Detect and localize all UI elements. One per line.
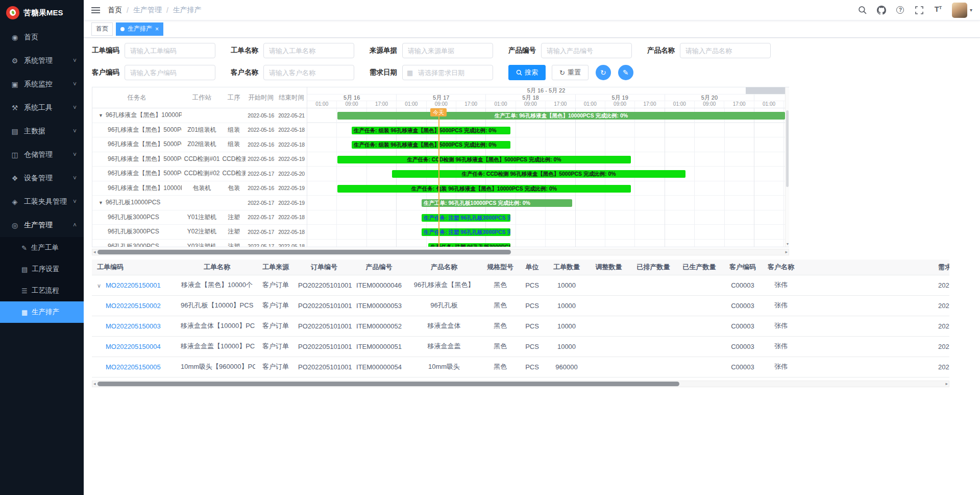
user-menu[interactable]: ▾ — [952, 3, 972, 18]
gantt-process-cell: 注塑 — [222, 213, 246, 222]
text-field[interactable] — [263, 43, 354, 58]
tab[interactable]: 首页 — [91, 22, 113, 36]
sidebar-item-warehouse[interactable]: ◫仓储管理˅ — [0, 143, 84, 167]
text-field[interactable] — [402, 43, 493, 58]
task-name-text: 96孔移液盒【黑色】10000PCS — [106, 111, 182, 120]
text-field[interactable] — [125, 65, 215, 80]
gantt-task-bar[interactable]: 生产任务: CCD检测 96孔移液盒【黑色】5000PCS 完成比例: 0% — [392, 170, 685, 178]
table-cell: 960000 — [546, 357, 587, 377]
breadcrumb-item[interactable]: 生产管理 — [133, 6, 162, 15]
order-code-link[interactable]: MO202205150005 — [106, 363, 161, 371]
fullscreen-icon[interactable] — [914, 5, 924, 15]
scroll-left-arrow[interactable]: ◂ — [93, 381, 96, 387]
filter-label: 工单名称 — [231, 46, 258, 55]
chevron-down-icon: ˅ — [73, 81, 77, 88]
search-button[interactable]: 搜索 — [508, 65, 546, 80]
gantt-task-row[interactable]: 96孔移液盒【黑色】10000PCS包装机包装2022-05-162022-05… — [92, 181, 307, 196]
sidebar-item-production[interactable]: ◎生产管理˄ — [0, 214, 84, 237]
gantt-task-row[interactable]: ▼96孔移液盒【黑色】10000PCS2022-05-162022-05-21 — [92, 108, 307, 123]
gantt-task-bar[interactable]: 生产任务: 注塑 96孔孔板3000PCS 完成比例: 0% — [422, 228, 510, 236]
gantt-task-bar[interactable]: 生产任务: 组装 96孔移液盒【黑色】5000PCS 完成比例: 0% — [352, 127, 510, 134]
scroll-left-arrow[interactable]: ◂ — [93, 249, 96, 255]
filter-label: 产品名称 — [647, 46, 675, 55]
breadcrumb-item[interactable]: 首页 — [108, 6, 122, 15]
font-size-icon[interactable]: TT — [933, 5, 943, 15]
table-cell: PO202205101001 — [296, 275, 352, 295]
gantt-task-name: ▼96孔孔板10000PCS — [92, 198, 182, 207]
sidebar-item-scheduling[interactable]: ▦生产排产 — [0, 301, 84, 323]
scrollbar-thumb[interactable] — [97, 250, 511, 254]
order-code-link[interactable]: MO202205150003 — [106, 322, 161, 330]
scrollbar-thumb[interactable] — [97, 382, 679, 386]
close-icon[interactable]: × — [155, 26, 159, 32]
help-icon[interactable]: ? — [895, 5, 905, 15]
sidebar-item-process-settings[interactable]: ▤工序设置 — [0, 258, 84, 280]
gantt-task-row[interactable]: 96孔移液盒【黑色】5000PCSZ01组装机组装2022-05-162022-… — [92, 123, 307, 138]
gantt-task-bar[interactable]: 生产任务: 注塑 96孔孔板3000PCS 完成比例: 0% — [422, 214, 510, 222]
timeline-hour-label: 09:00 — [605, 101, 635, 108]
collapse-caret-icon[interactable]: ▼ — [99, 200, 103, 205]
collapse-menu-icon[interactable] — [91, 7, 100, 13]
gantt-task-row[interactable]: 96孔孔板3000PCSY02注塑机注塑2022-05-172022-05-18 — [92, 225, 307, 240]
sidebar-item-tools[interactable]: ⚒系统工具˅ — [0, 96, 84, 120]
app-logo: 苦糖果MES — [0, 0, 84, 26]
gantt-task-bar[interactable]: 生产任务: 包装 96孔移液盒【黑色】10000PCS 完成比例: 0% — [337, 185, 631, 193]
gantt-task-row[interactable]: 96孔移液盒【黑色】5000PCSCCD检测#02CCD检测2022-05-17… — [92, 167, 307, 181]
scroll-right-arrow[interactable]: ▸ — [945, 381, 948, 387]
gantt-task-row[interactable]: ▼96孔孔板10000PCS2022-05-172022-05-19 — [92, 196, 307, 210]
sidebar-item-work-order[interactable]: ✎生产工单 — [0, 237, 84, 258]
gantt-station-cell: 包装机 — [182, 184, 223, 193]
scroll-down-arrow[interactable]: ▾ — [786, 242, 790, 246]
gantt-task-bar[interactable]: 生产任务: CCD检测 96孔移液盒【黑色】5000PCS 完成比例: 0% — [337, 156, 631, 163]
scroll-right-arrow[interactable]: ▸ — [785, 249, 788, 255]
edit-schedule-button[interactable]: ✎ — [618, 65, 633, 80]
sidebar-item-equipment[interactable]: ❖设备管理˅ — [0, 167, 84, 190]
sidebar-item-fixture[interactable]: ◈工装夹具管理˅ — [0, 190, 84, 214]
table-horizontal-scrollbar[interactable]: ◂ ▸ — [92, 381, 949, 387]
date-field[interactable] — [402, 65, 493, 80]
table-cell: 10000 — [546, 275, 587, 295]
order-code-link[interactable]: MO202205150002 — [106, 302, 161, 310]
sidebar-item-system[interactable]: ⚙系统管理˅ — [0, 49, 84, 73]
gantt-task-row[interactable]: 96孔移液盒【黑色】5000PCSZ02组装机组装2022-05-162022-… — [92, 137, 307, 152]
gantt-task-row[interactable]: 96孔孔板3000PCSY01注塑机注塑2022-05-172022-05-18 — [92, 210, 307, 225]
gantt-end-cell: 2022-05-19 — [276, 200, 307, 206]
tab-active-dot — [120, 27, 125, 31]
filter-field: 产品名称 — [647, 43, 771, 58]
search-icon[interactable] — [857, 5, 868, 15]
text-field[interactable] — [541, 43, 632, 58]
table-cell: 202 — [934, 275, 949, 295]
sidebar-item-monitor[interactable]: ▣系统监控˅ — [0, 73, 84, 96]
sidebar-item-home[interactable]: ◉首页 — [0, 26, 84, 49]
text-field[interactable] — [680, 43, 771, 58]
gantt-horizontal-scrollbar[interactable]: ◂ ▸ — [92, 249, 789, 255]
text-field[interactable] — [125, 43, 215, 58]
table-cell — [630, 295, 676, 316]
gantt-task-bar[interactable]: 生产任务: 注塑 96孔孔板3000PCS 完成比例: 0% — [428, 243, 510, 247]
gantt-order-bar[interactable]: 生产工单: 96孔孔板10000PCS 完成比例: 0% — [422, 199, 572, 207]
github-icon[interactable] — [876, 5, 887, 15]
sidebar-item-master-data[interactable]: ▤主数据˅ — [0, 120, 84, 143]
text-field[interactable] — [263, 65, 354, 80]
gantt-task-bar[interactable]: 生产任务: 组装 96孔移液盒【黑色】5000PCS 完成比例: 0% — [352, 141, 510, 149]
reset-button[interactable]: ↻ 重置 — [552, 65, 589, 80]
tab[interactable]: 生产排产× — [116, 22, 163, 36]
sidebar-item-process-flow[interactable]: ☰工艺流程 — [0, 280, 84, 301]
table-cell: 黑色 — [482, 295, 518, 316]
gantt-order-bar[interactable]: 生产工单: 96孔移液盒【黑色】10000PCS 完成比例: 0% — [337, 112, 785, 120]
timeline-day-label: 5月 17 — [397, 95, 486, 101]
expand-caret-icon[interactable]: ∨ — [97, 282, 106, 289]
sidebar: 苦糖果MES ◉首页⚙系统管理˅▣系统监控˅⚒系统工具˅▤主数据˅◫仓储管理˅❖… — [0, 0, 84, 495]
task-name-text: 96孔移液盒【黑色】5000PCS — [108, 140, 182, 149]
refresh-gantt-button[interactable]: ↻ — [596, 65, 611, 80]
collapse-caret-icon[interactable]: ▼ — [99, 113, 103, 118]
gantt-task-row[interactable]: 96孔孔板3000PCSY03注塑机注塑2022-05-172022-05-18 — [92, 240, 307, 247]
order-code-link[interactable]: MO202205150001 — [106, 281, 161, 289]
order-code-link[interactable]: MO202205150004 — [106, 343, 161, 350]
gantt-vertical-scrollbar[interactable]: ▾ — [785, 87, 789, 247]
timeline-hour-label: 01:00 — [665, 101, 695, 108]
scrollbar-thumb[interactable] — [786, 110, 789, 187]
gantt-task-row[interactable]: 96孔移液盒【黑色】5000PCSCCD检测#01CCD检测2022-05-16… — [92, 152, 307, 167]
magnifier-icon — [516, 69, 522, 76]
avatar[interactable] — [952, 3, 967, 18]
